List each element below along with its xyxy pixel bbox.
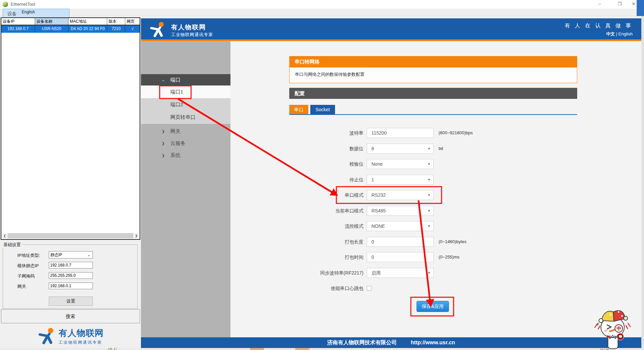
device-row-selected[interactable]: 192.168.0.7 USR-N520 D4 AD 20 22 94 F0 7…: [1, 25, 140, 33]
serialmode-select[interactable]: RS232 ▼: [367, 190, 434, 200]
dropdown-arrow-icon: ▼: [428, 159, 431, 169]
sidebar-item-gateway[interactable]: ❯ 网关: [141, 125, 230, 137]
footer-company: 济南有人物联网技术有限公司: [327, 339, 397, 346]
brand-slogan: 工业物联网通讯专家: [59, 340, 104, 345]
static-ip-input[interactable]: [49, 262, 93, 269]
menu-bar: 设备 English: [0, 9, 637, 16]
databits-unit: bit: [439, 144, 443, 154]
flowctrl-label: 流控模式: [289, 221, 363, 231]
col-header-version[interactable]: 版本: [107, 18, 125, 25]
chevron-down-icon: ⌄: [162, 74, 165, 85]
sidebar-item-web2serial[interactable]: 网页转串口: [170, 111, 227, 124]
dropdown-arrow-icon: ▼: [428, 144, 431, 153]
parity-select[interactable]: None ▼: [367, 159, 434, 169]
web-brand-name: 有人物联网: [171, 23, 206, 32]
usr-logo: 有人物联网 工业物联网通讯专家: [0, 325, 141, 348]
databits-select[interactable]: 8 ▼: [367, 144, 434, 154]
col-header-device-name[interactable]: 设备名称: [35, 18, 68, 25]
scroll-left-icon[interactable]: ❮: [2, 233, 7, 238]
open-webpage-icon[interactable]: √: [125, 25, 140, 33]
lang-en-link[interactable]: English: [618, 31, 633, 36]
form-row-syncbaud: 同步波特率(RF2217) 启用 ▼: [289, 268, 577, 278]
window-title: EthernetTool: [11, 2, 35, 7]
chevron-right-icon: ❯: [162, 137, 165, 149]
device-name-cell: USR-N520: [35, 25, 68, 33]
device-mac-cell: D4 AD 20 22 94 F0: [68, 25, 107, 33]
packlen-unit: (0~1460)bytes: [439, 237, 466, 247]
baud-unit: (600~921600)bps: [439, 128, 473, 138]
save-apply-button[interactable]: 保存&应用: [417, 301, 449, 312]
tab-socket[interactable]: Socket: [310, 105, 335, 115]
parity-label: 校验位: [289, 159, 363, 169]
horizontal-scrollbar[interactable]: ❮ ❯: [2, 233, 139, 238]
page-title: 串口转网络: [289, 56, 577, 67]
tab-serial[interactable]: 串口: [289, 105, 308, 115]
syncbaud-label: 同步波特率(RF2217): [289, 268, 363, 278]
flowctrl-select[interactable]: NONE ▼: [367, 221, 434, 231]
footer-url[interactable]: http://www.usr.cn: [411, 340, 455, 346]
form-row-packlen: 打包长度 (0~1460)bytes: [289, 237, 577, 247]
language-switch: 中文 | English: [606, 31, 633, 37]
packlen-input[interactable]: [367, 237, 434, 247]
ip-type-select[interactable]: 静态IP ⌄: [49, 251, 93, 258]
heartbeat-checkbox[interactable]: [367, 286, 371, 291]
subnet-mask-input[interactable]: [49, 272, 93, 279]
packtime-label: 打包时间: [289, 252, 363, 262]
form-row-stopbits: 停止位 1 ▼: [289, 175, 577, 185]
sidebar-item-system[interactable]: ❯ 系统: [141, 149, 230, 161]
web-sidebar: ❯ 状态 ❯ 网络 ⌄ 端口 端口1 端口2 网页转串口 ❯ 网关 ❯ 云服务 …: [141, 41, 230, 337]
baud-label: 波特率: [289, 128, 363, 138]
tab-underline: [289, 114, 577, 115]
menu-english[interactable]: English: [19, 9, 38, 15]
sidebar-item-cloud[interactable]: ❯ 云服务: [141, 137, 230, 149]
sidebar-item-port1-selected[interactable]: 端口1: [141, 85, 230, 98]
ip-type-value: 静态IP: [50, 252, 62, 257]
heartbeat-label: 使能串口心跳包: [289, 283, 363, 293]
sidebar-item-port2[interactable]: 端口2: [170, 98, 227, 111]
scrollbar-thumb[interactable]: [8, 233, 133, 238]
lang-divider: |: [616, 31, 617, 36]
taskbar-clock: 15:25: [600, 348, 609, 350]
taskbar-plant-sliver: [106, 348, 126, 350]
currentmode-label: 当前串口模式: [289, 206, 363, 216]
form-row-packtime: 打包时间 (0~255)ms: [289, 252, 577, 262]
stopbits-select[interactable]: 1 ▼: [367, 175, 434, 185]
databits-label: 数据位: [289, 144, 363, 154]
window-titlebar: EthernetTool – ❐ ✕: [0, 0, 644, 9]
form-row-flowctrl: 流控模式 NONE ▼: [289, 221, 577, 231]
form-row-serialmode: 串口模式 RS232 ▼: [289, 190, 577, 200]
browser-scrollbar-strip[interactable]: [641, 16, 644, 350]
form-row-baud: 波特率 (600~921600)bps: [289, 128, 577, 138]
ime-badge[interactable]: 中: [615, 324, 623, 333]
form-row-databits: 数据位 8 ▼ bit: [289, 144, 577, 154]
col-header-device-ip[interactable]: 设备IP: [1, 18, 35, 25]
syncbaud-select[interactable]: 启用 ▼: [367, 268, 434, 278]
dropdown-arrow-icon: ▼: [428, 175, 431, 184]
minimize-button[interactable]: –: [594, 0, 605, 9]
stopbits-label: 停止位: [289, 175, 363, 185]
web-header: 有人物联网 工业物联网通讯专家 有 人 在 认 真 做 事 中文 | Engli…: [141, 18, 641, 39]
dropdown-arrow-icon: ▼: [428, 221, 431, 231]
device-version-cell: 7210: [107, 25, 125, 33]
search-button[interactable]: 搜索: [1, 309, 140, 323]
usr-person-icon: [37, 327, 55, 345]
sidebar-item-port[interactable]: ⌄ 端口: [141, 74, 230, 85]
ime-red-icon[interactable]: [617, 333, 624, 340]
packtime-input[interactable]: [367, 252, 434, 262]
lang-zh-link[interactable]: 中文: [606, 31, 615, 36]
gateway-input[interactable]: [49, 283, 93, 289]
web-brand-slogan: 工业物联网通讯专家: [171, 32, 213, 38]
restore-button[interactable]: ❐: [614, 0, 625, 9]
baud-input[interactable]: [367, 128, 434, 138]
dropdown-arrow-icon: ▼: [428, 190, 431, 200]
device-table: 设备IP 设备名称 MAC地址 版本 网页 192.168.0.7 USR-N5…: [1, 17, 140, 240]
web-footer: 济南有人物联网技术有限公司 http://www.usr.cn: [141, 337, 641, 348]
currentmode-select[interactable]: RS485 ▼: [367, 206, 434, 216]
col-header-mac[interactable]: MAC地址: [68, 18, 107, 25]
set-button[interactable]: 设置: [49, 297, 93, 306]
scroll-right-icon[interactable]: ❯: [134, 233, 139, 238]
packtime-unit: (0~255)ms: [439, 252, 460, 262]
taskbar-sliver: 15:25: [0, 348, 644, 350]
taskbar-button-sliver: [295, 348, 309, 350]
col-header-web[interactable]: 网页: [125, 18, 140, 25]
